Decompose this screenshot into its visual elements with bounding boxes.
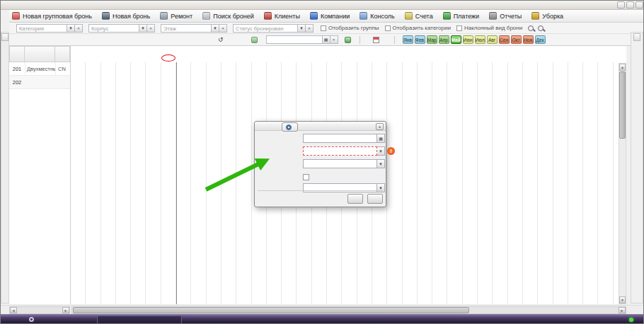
clear-icon[interactable]: ×: [147, 24, 155, 33]
month-chip-Мар[interactable]: Мар: [427, 35, 437, 44]
toolbar: Новая групповая броньНовая броньРемонтПо…: [9, 10, 644, 23]
upgrade-checkbox[interactable]: [303, 174, 309, 180]
checkbox-show-groups[interactable]: Отобразить группы: [321, 25, 379, 31]
toolbar-item-reports[interactable]: Отчеты: [489, 12, 522, 20]
combo-placeholder[interactable]: Корпус: [88, 24, 139, 33]
free-rooms-search-panel: [631, 32, 643, 303]
taskbar-status: [622, 318, 644, 322]
room-row-202[interactable]: 202: [9, 76, 70, 89]
vertical-scrollbar-thumb[interactable]: [619, 71, 626, 139]
zoom-controls: [528, 25, 544, 31]
month-chip-Июн[interactable]: Июн: [463, 35, 473, 44]
month-chip-Дек[interactable]: Дек: [535, 35, 546, 44]
combo-placeholder[interactable]: Категория: [16, 24, 67, 33]
checkbox-box[interactable]: [456, 25, 462, 31]
zoom-in-icon[interactable]: [528, 25, 534, 31]
scroll-down-icon[interactable]: ▼: [619, 296, 626, 303]
column-header-building: [55, 46, 70, 62]
clear-icon[interactable]: ×: [330, 35, 338, 44]
reset-button[interactable]: [218, 36, 226, 43]
room-row-201[interactable]: 201Двухместный номе...CN: [9, 62, 70, 76]
date-field[interactable]: [266, 35, 323, 44]
grid-hscrollbar[interactable]: ►: [71, 306, 626, 314]
cancel-button[interactable]: [367, 194, 383, 204]
toolbar-item-new-group-booking[interactable]: Новая групповая бронь: [12, 12, 92, 20]
clear-icon[interactable]: ×: [306, 24, 314, 33]
filter-checkboxes: Отобразить группыОтобразить категорииНак…: [321, 25, 522, 31]
toolbar-item-clients[interactable]: Клиенты: [264, 12, 300, 20]
month-chip-Янв[interactable]: Янв: [403, 35, 413, 44]
month-chip-Сен[interactable]: Сен: [499, 35, 510, 44]
toolbar-item-cleaning[interactable]: Уборка: [531, 12, 563, 20]
month-chip-Окт[interactable]: Окт: [511, 35, 522, 44]
toolbar-item-repair[interactable]: Ремонт: [160, 12, 192, 20]
restore-button[interactable]: [626, 1, 634, 8]
chevron-down-icon[interactable]: ▼: [377, 159, 385, 168]
cleaning-icon: [531, 12, 539, 20]
month-chip-Авг[interactable]: Авг: [487, 35, 498, 44]
dialog-close-icon[interactable]: ×: [376, 123, 384, 130]
expand-panel-icon[interactable]: [1, 33, 8, 41]
filter-combo-floor: Этаж▼×: [161, 24, 227, 33]
toolbar-item-search-bookings[interactable]: Поиск броней: [202, 12, 254, 20]
close-button[interactable]: [636, 1, 643, 8]
filter-combo-booking-status: Статус бронирован▼×: [233, 24, 314, 33]
refresh-button[interactable]: [251, 37, 260, 43]
zoom-out-icon[interactable]: [538, 25, 544, 31]
chevron-down-icon[interactable]: ▼: [298, 24, 306, 33]
save-button[interactable]: [347, 194, 363, 204]
month-chip-Фев[interactable]: Фев: [415, 35, 425, 44]
move-date-input[interactable]: [303, 134, 377, 143]
toolbar-item-payments[interactable]: Платежи: [443, 12, 480, 20]
checkbox-show-categories[interactable]: Отобразить категории: [385, 25, 451, 31]
scroll-right-icon[interactable]: ►: [62, 307, 69, 313]
goto-date-button[interactable]: [345, 37, 353, 43]
scroll-up-icon[interactable]: ▲: [619, 64, 626, 71]
checkbox-slanted-view[interactable]: Наклонный вид брони: [456, 25, 522, 31]
chevron-down-icon[interactable]: ▼: [377, 146, 385, 156]
toolbar-item-console[interactable]: Консоль: [360, 12, 395, 20]
month-chip-Июл[interactable]: Июл: [475, 35, 485, 44]
month-chip-Май[interactable]: Май: [451, 35, 461, 44]
clear-icon[interactable]: ×: [75, 24, 83, 33]
combo-placeholder[interactable]: Статус бронирован: [233, 24, 298, 33]
combo-placeholder[interactable]: Этаж: [161, 24, 212, 33]
chevron-down-icon[interactable]: ▼: [67, 24, 75, 33]
chevron-down-icon[interactable]: ▼: [139, 24, 147, 33]
scroll-right-icon[interactable]: ►: [619, 307, 626, 313]
toolbar-item-new-booking[interactable]: Новая бронь: [102, 12, 150, 20]
settings-tab[interactable]: [29, 317, 37, 322]
console-icon: [360, 12, 367, 20]
clear-icon[interactable]: ×: [219, 24, 227, 33]
new-booking-icon: [102, 12, 110, 20]
month-chip-Апр[interactable]: Апр: [439, 35, 449, 44]
scroll-left-icon[interactable]: ◄: [10, 307, 17, 313]
reports-icon: [489, 12, 497, 20]
filter-combos: Категория▼×Корпус▼×Этаж▼×Статус брониров…: [16, 24, 314, 33]
placement-input[interactable]: [303, 159, 377, 168]
collapse-panel-icon[interactable]: [633, 33, 640, 41]
minimize-button[interactable]: [617, 1, 625, 8]
taskbar-tab-chessboard[interactable]: [97, 316, 182, 324]
checkbox-box[interactable]: [321, 25, 326, 31]
toolbar-item-invoices[interactable]: Счета: [405, 12, 433, 20]
toolbar-item-companies[interactable]: Компании: [310, 12, 350, 20]
calendar-icon[interactable]: ▦: [323, 35, 330, 44]
clients-icon: [264, 12, 272, 20]
goto-date-input[interactable]: ▦ ×: [266, 35, 338, 44]
room-table-hscrollbar[interactable]: ◄ ►: [9, 306, 70, 314]
checkbox-label: Отобразить категории: [393, 25, 451, 31]
grid-hscrollbar-thumb[interactable]: [73, 307, 469, 313]
month-chip-Ноя[interactable]: Ноя: [523, 35, 534, 44]
checkbox-box[interactable]: [385, 25, 391, 31]
column-header-number: [9, 46, 25, 62]
chevron-down-icon[interactable]: ▼: [212, 24, 219, 33]
filter-combo-category: Категория▼×: [16, 24, 83, 33]
room-number-input[interactable]: [303, 146, 377, 156]
calendar-icon[interactable]: ▦: [377, 134, 385, 143]
toolbar-item-label: Компании: [321, 13, 350, 20]
vertical-scrollbar[interactable]: ▲ ▼: [619, 63, 626, 304]
checkbox-label: Отобразить группы: [328, 25, 379, 31]
to-current-date-button[interactable]: [373, 37, 381, 43]
placement-row: ▼: [259, 159, 381, 169]
